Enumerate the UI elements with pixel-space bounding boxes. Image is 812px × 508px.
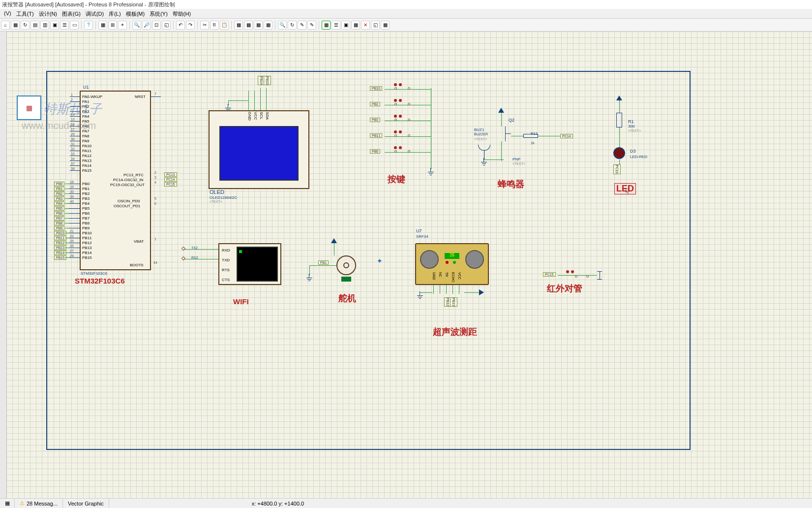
menu-item[interactable]: 设计(N) bbox=[37, 10, 59, 17]
block-button[interactable]: ▦ bbox=[244, 21, 253, 30]
tool-button[interactable]: ◱ bbox=[371, 21, 380, 30]
vcc-arrow-icon bbox=[616, 95, 622, 100]
us-reading: 26 bbox=[445, 253, 459, 259]
mcu-part-label: STM32F103C6 bbox=[75, 277, 125, 285]
zoom-fit-button[interactable]: ⊡ bbox=[152, 21, 161, 30]
left-sidebar[interactable] bbox=[0, 32, 7, 498]
tool-button[interactable]: ▦ bbox=[322, 21, 331, 30]
servo-block[interactable]: PB1 bbox=[309, 238, 368, 297]
menu-item[interactable]: 调试(D) bbox=[84, 10, 106, 17]
pin-pc13: PC13_RTC bbox=[123, 173, 144, 177]
center-button[interactable]: + bbox=[118, 21, 127, 30]
oled-screen bbox=[219, 126, 299, 181]
menu-item[interactable]: 工具(T) bbox=[14, 10, 36, 17]
buzzer-block[interactable]: Q2 BUZ1 BUZZER <TEXT> R11 1k PNP <TEXT> … bbox=[474, 103, 577, 187]
mcu-ref: U1 bbox=[83, 85, 89, 90]
watermark-url: www.mcude.com bbox=[22, 120, 96, 131]
status-bar: ▦ ⚠28 Messag... Vector Graphic x: +4800.… bbox=[0, 498, 812, 508]
vcc-arrow-icon bbox=[498, 108, 504, 113]
net-pc13: PC13 bbox=[164, 172, 177, 177]
ultrasonic-label: 超声波测距 bbox=[433, 326, 477, 338]
title-bar: 液报警器 [Autosaved] [Autosaved] - Proteus 8… bbox=[0, 0, 812, 9]
mcu-footprint: STM32F103C6 bbox=[81, 271, 107, 276]
messages-status[interactable]: ⚠28 Messag... bbox=[15, 499, 63, 508]
servo-icon bbox=[336, 255, 356, 275]
oled-body[interactable] bbox=[209, 110, 309, 189]
servo-label: 舵机 bbox=[338, 292, 356, 304]
component-preview: ▦ bbox=[17, 95, 41, 120]
block-button[interactable]: ▦ bbox=[264, 21, 272, 30]
gnd-icon bbox=[481, 162, 487, 167]
us-part: SRF04 bbox=[416, 234, 428, 239]
cut-button[interactable]: ✂ bbox=[200, 21, 209, 30]
copy-button[interactable]: ⎘ bbox=[210, 21, 219, 30]
menu-bar[interactable]: (V) 工具(T) 设计(N) 图表(G) 调试(D) 库(L) 模板(M) 系… bbox=[0, 9, 812, 19]
wifi-body[interactable]: RXD TXD RTS CTS bbox=[218, 243, 281, 285]
menu-item[interactable]: 图表(G) bbox=[60, 10, 83, 17]
redo-button[interactable]: ↷ bbox=[186, 21, 195, 30]
buzzer-label: 蜂鸣器 bbox=[498, 178, 524, 190]
net-pc15: PC15 bbox=[164, 182, 177, 187]
mode-status: Vector Graphic bbox=[63, 499, 109, 508]
menu-item[interactable]: 系统(Y) bbox=[148, 10, 170, 17]
pin-pc14: PC14-OSC32_IN bbox=[113, 178, 143, 182]
watermark: 特斯拉1子 bbox=[44, 100, 102, 118]
tool-button[interactable]: ☰ bbox=[60, 21, 69, 30]
net-pc14: PC14 bbox=[164, 177, 177, 182]
pin-nrst: NRST bbox=[135, 95, 146, 99]
origin-marker-icon: ✦ bbox=[377, 257, 383, 265]
tool-button[interactable]: ▣ bbox=[50, 21, 59, 30]
paste-button[interactable]: 📋 bbox=[220, 21, 229, 30]
home-button[interactable]: ⌂ bbox=[1, 21, 10, 30]
wifi-label: WIFI bbox=[233, 297, 249, 306]
tool-button[interactable]: ↻ bbox=[288, 21, 297, 30]
tool-button[interactable]: 🔍 bbox=[278, 21, 287, 30]
tool-button[interactable]: ▥ bbox=[40, 21, 49, 30]
gnd-icon bbox=[225, 108, 231, 113]
undo-button[interactable]: ↶ bbox=[176, 21, 185, 30]
schematic-canvas[interactable]: ▦ 特斯拉1子 www.mcude.com U1 STM32F103C6 STM… bbox=[7, 32, 812, 498]
pin-pc15: PC15-OSC32_OUT bbox=[110, 183, 145, 187]
buttons-label: 按键 bbox=[388, 173, 405, 185]
print-button[interactable]: ▭ bbox=[70, 21, 79, 30]
gnd-icon bbox=[428, 172, 434, 177]
button-block[interactable]: PB10 PB2 PB3 PB11 PB0 bbox=[366, 83, 440, 169]
tool-button[interactable]: ▣ bbox=[341, 21, 350, 30]
led-icon bbox=[613, 147, 625, 159]
tool-button[interactable]: ✎ bbox=[307, 21, 316, 30]
oled-ref: OLED bbox=[210, 189, 224, 195]
block-button[interactable]: ▦ bbox=[234, 21, 243, 30]
block-button[interactable]: ▦ bbox=[254, 21, 263, 30]
status-icon[interactable]: ▦ bbox=[0, 499, 15, 508]
tool-button[interactable]: ▤ bbox=[30, 21, 39, 30]
tool-button[interactable]: ☰ bbox=[331, 21, 340, 30]
tool-button[interactable]: ▦ bbox=[351, 21, 360, 30]
menu-item[interactable]: 模板(M) bbox=[124, 10, 147, 17]
menu-item[interactable]: 库(L) bbox=[107, 10, 122, 17]
grid-button[interactable]: ⊞ bbox=[108, 21, 117, 30]
menu-item[interactable]: 帮助(H) bbox=[171, 10, 193, 17]
zoom-area-button[interactable]: ◱ bbox=[162, 21, 171, 30]
refresh-button[interactable]: ↻ bbox=[21, 21, 30, 30]
zoom-in-button[interactable]: 🔍 bbox=[132, 21, 141, 30]
us-ref: U7 bbox=[416, 228, 422, 233]
led-block[interactable]: R1 300 <TEXT> D3 LED-RED PC13 bbox=[609, 95, 649, 194]
tool-button[interactable]: ▦ bbox=[381, 21, 390, 30]
tool-button[interactable]: ▦ bbox=[11, 21, 20, 30]
grid-button[interactable]: ▦ bbox=[98, 21, 107, 30]
ir-label: 红外对管 bbox=[547, 283, 582, 294]
coords-status: x: +4800.0 y: +1400.0 bbox=[247, 499, 309, 508]
oled-part: OLED12864I2C bbox=[210, 195, 237, 200]
toolbar: ⌂ ▦ ↻ ▤ ▥ ▣ ☰ ▭ ? ▦ ⊞ + 🔍 🔎 ⊡ ◱ ↶ ↷ ✂ ⎘ … bbox=[0, 19, 812, 32]
tool-button[interactable]: ✎ bbox=[298, 21, 306, 30]
zoom-out-button[interactable]: 🔎 bbox=[142, 21, 151, 30]
help-button[interactable]: ? bbox=[84, 21, 93, 30]
cursor-icon: ☟ bbox=[625, 187, 630, 196]
tool-button[interactable]: ✕ bbox=[361, 21, 370, 30]
menu-item[interactable]: (V) bbox=[2, 10, 13, 17]
